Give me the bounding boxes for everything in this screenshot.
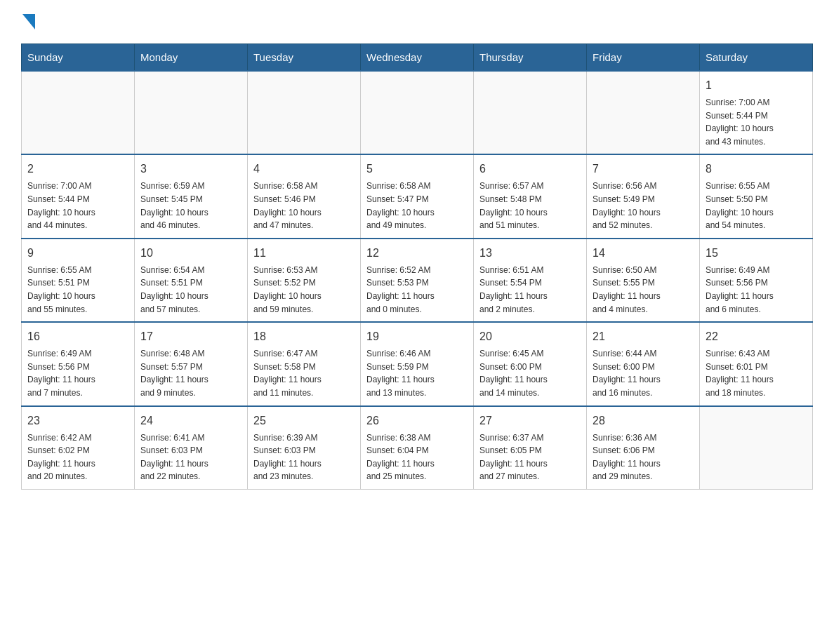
calendar-cell: 7Sunrise: 6:56 AM Sunset: 5:49 PM Daylig…	[587, 154, 700, 238]
calendar-cell: 8Sunrise: 6:55 AM Sunset: 5:50 PM Daylig…	[700, 154, 813, 238]
calendar-cell	[700, 406, 813, 490]
calendar-cell: 23Sunrise: 6:42 AM Sunset: 6:02 PM Dayli…	[22, 406, 135, 490]
day-info: Sunrise: 7:00 AM Sunset: 5:44 PM Dayligh…	[706, 96, 807, 148]
day-number: 28	[593, 412, 694, 429]
calendar-cell: 14Sunrise: 6:50 AM Sunset: 5:55 PM Dayli…	[587, 239, 700, 322]
calendar-cell: 24Sunrise: 6:41 AM Sunset: 6:03 PM Dayli…	[135, 406, 248, 490]
day-info: Sunrise: 6:45 AM Sunset: 6:00 PM Dayligh…	[479, 347, 581, 399]
calendar-cell	[248, 71, 361, 154]
day-info: Sunrise: 6:39 AM Sunset: 6:03 PM Dayligh…	[253, 431, 355, 483]
day-number: 14	[593, 245, 694, 262]
calendar-cell: 5Sunrise: 6:58 AM Sunset: 5:47 PM Daylig…	[361, 154, 474, 238]
day-info: Sunrise: 7:00 AM Sunset: 5:44 PM Dayligh…	[27, 180, 128, 232]
calendar-cell: 4Sunrise: 6:58 AM Sunset: 5:46 PM Daylig…	[248, 154, 361, 238]
day-info: Sunrise: 6:50 AM Sunset: 5:55 PM Dayligh…	[593, 264, 694, 316]
day-info: Sunrise: 6:42 AM Sunset: 6:02 PM Dayligh…	[27, 431, 128, 483]
calendar-cell	[135, 71, 248, 154]
calendar-cell: 11Sunrise: 6:53 AM Sunset: 5:52 PM Dayli…	[248, 239, 361, 322]
day-info: Sunrise: 6:59 AM Sunset: 5:45 PM Dayligh…	[140, 180, 241, 232]
calendar-cell: 19Sunrise: 6:46 AM Sunset: 5:59 PM Dayli…	[361, 322, 474, 405]
calendar-cell: 27Sunrise: 6:37 AM Sunset: 6:05 PM Dayli…	[474, 406, 587, 490]
day-info: Sunrise: 6:48 AM Sunset: 5:57 PM Dayligh…	[140, 347, 241, 399]
day-number: 25	[253, 412, 355, 429]
calendar-cell	[361, 71, 474, 154]
day-info: Sunrise: 6:49 AM Sunset: 5:56 PM Dayligh…	[27, 347, 128, 399]
day-number: 5	[366, 161, 468, 177]
day-number: 3	[140, 161, 241, 177]
day-info: Sunrise: 6:36 AM Sunset: 6:06 PM Dayligh…	[593, 431, 694, 483]
calendar-cell: 9Sunrise: 6:55 AM Sunset: 5:51 PM Daylig…	[22, 239, 135, 322]
calendar-cell: 21Sunrise: 6:44 AM Sunset: 6:00 PM Dayli…	[587, 322, 700, 405]
day-info: Sunrise: 6:54 AM Sunset: 5:51 PM Dayligh…	[140, 264, 241, 316]
day-number: 16	[27, 328, 128, 345]
day-number: 17	[140, 328, 241, 345]
day-number: 18	[253, 328, 355, 345]
day-info: Sunrise: 6:44 AM Sunset: 6:00 PM Dayligh…	[593, 347, 694, 399]
day-number: 26	[366, 412, 468, 429]
week-row-2: 2Sunrise: 7:00 AM Sunset: 5:44 PM Daylig…	[22, 154, 813, 238]
day-number: 1	[706, 77, 807, 94]
day-number: 12	[366, 245, 468, 262]
calendar-cell: 13Sunrise: 6:51 AM Sunset: 5:54 PM Dayli…	[474, 239, 587, 322]
calendar-cell: 20Sunrise: 6:45 AM Sunset: 6:00 PM Dayli…	[474, 322, 587, 405]
calendar-cell: 17Sunrise: 6:48 AM Sunset: 5:57 PM Dayli…	[135, 322, 248, 405]
calendar-cell: 10Sunrise: 6:54 AM Sunset: 5:51 PM Dayli…	[135, 239, 248, 322]
day-number: 9	[27, 245, 128, 262]
calendar-cell: 12Sunrise: 6:52 AM Sunset: 5:53 PM Dayli…	[361, 239, 474, 322]
calendar-cell	[22, 71, 135, 154]
day-number: 6	[479, 161, 581, 177]
day-info: Sunrise: 6:51 AM Sunset: 5:54 PM Dayligh…	[479, 264, 581, 316]
logo-triangle-icon	[22, 14, 35, 29]
calendar-cell: 16Sunrise: 6:49 AM Sunset: 5:56 PM Dayli…	[22, 322, 135, 405]
day-number: 27	[479, 412, 581, 429]
day-info: Sunrise: 6:56 AM Sunset: 5:49 PM Dayligh…	[593, 180, 694, 232]
logo	[21, 14, 35, 29]
calendar-cell	[587, 71, 700, 154]
day-info: Sunrise: 6:58 AM Sunset: 5:47 PM Dayligh…	[366, 180, 468, 232]
day-number: 20	[479, 328, 581, 345]
weekday-header-monday: Monday	[135, 44, 248, 72]
weekday-header-sunday: Sunday	[22, 44, 135, 72]
week-row-1: 1Sunrise: 7:00 AM Sunset: 5:44 PM Daylig…	[22, 71, 813, 154]
day-number: 24	[140, 412, 241, 429]
weekday-header-row: SundayMondayTuesdayWednesdayThursdayFrid…	[22, 44, 813, 72]
day-number: 15	[706, 245, 807, 262]
weekday-header-saturday: Saturday	[700, 44, 813, 72]
calendar-cell: 1Sunrise: 7:00 AM Sunset: 5:44 PM Daylig…	[700, 71, 813, 154]
calendar-cell: 26Sunrise: 6:38 AM Sunset: 6:04 PM Dayli…	[361, 406, 474, 490]
week-row-5: 23Sunrise: 6:42 AM Sunset: 6:02 PM Dayli…	[22, 406, 813, 490]
day-number: 19	[366, 328, 468, 345]
day-info: Sunrise: 6:43 AM Sunset: 6:01 PM Dayligh…	[706, 347, 807, 399]
day-number: 8	[706, 161, 807, 177]
weekday-header-thursday: Thursday	[474, 44, 587, 72]
day-info: Sunrise: 6:58 AM Sunset: 5:46 PM Dayligh…	[253, 180, 355, 232]
day-info: Sunrise: 6:55 AM Sunset: 5:50 PM Dayligh…	[706, 180, 807, 232]
svg-marker-0	[22, 14, 35, 29]
calendar-cell: 2Sunrise: 7:00 AM Sunset: 5:44 PM Daylig…	[22, 154, 135, 238]
day-number: 23	[27, 412, 128, 429]
day-info: Sunrise: 6:41 AM Sunset: 6:03 PM Dayligh…	[140, 431, 241, 483]
week-row-4: 16Sunrise: 6:49 AM Sunset: 5:56 PM Dayli…	[22, 322, 813, 405]
day-number: 11	[253, 245, 355, 262]
weekday-header-friday: Friday	[587, 44, 700, 72]
day-info: Sunrise: 6:38 AM Sunset: 6:04 PM Dayligh…	[366, 431, 468, 483]
day-info: Sunrise: 6:53 AM Sunset: 5:52 PM Dayligh…	[253, 264, 355, 316]
day-number: 10	[140, 245, 241, 262]
day-number: 4	[253, 161, 355, 177]
calendar-table: SundayMondayTuesdayWednesdayThursdayFrid…	[21, 43, 813, 490]
calendar-cell: 3Sunrise: 6:59 AM Sunset: 5:45 PM Daylig…	[135, 154, 248, 238]
day-info: Sunrise: 6:55 AM Sunset: 5:51 PM Dayligh…	[27, 264, 128, 316]
calendar-cell: 6Sunrise: 6:57 AM Sunset: 5:48 PM Daylig…	[474, 154, 587, 238]
day-info: Sunrise: 6:37 AM Sunset: 6:05 PM Dayligh…	[479, 431, 581, 483]
weekday-header-wednesday: Wednesday	[361, 44, 474, 72]
day-number: 22	[706, 328, 807, 345]
day-number: 7	[593, 161, 694, 177]
week-row-3: 9Sunrise: 6:55 AM Sunset: 5:51 PM Daylig…	[22, 239, 813, 322]
day-info: Sunrise: 6:49 AM Sunset: 5:56 PM Dayligh…	[706, 264, 807, 316]
weekday-header-tuesday: Tuesday	[248, 44, 361, 72]
day-info: Sunrise: 6:52 AM Sunset: 5:53 PM Dayligh…	[366, 264, 468, 316]
calendar-cell: 28Sunrise: 6:36 AM Sunset: 6:06 PM Dayli…	[587, 406, 700, 490]
day-number: 2	[27, 161, 128, 177]
day-number: 21	[593, 328, 694, 345]
calendar-cell	[474, 71, 587, 154]
